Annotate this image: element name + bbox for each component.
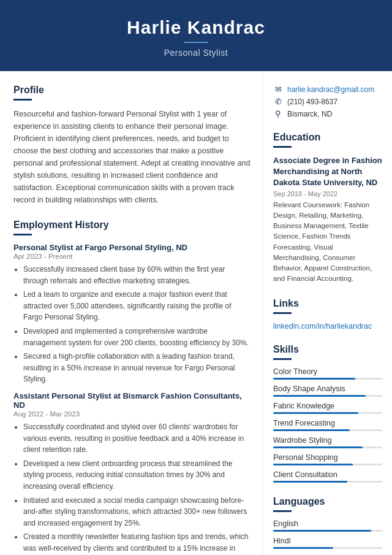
location-text: Bismarck, ND	[287, 110, 332, 118]
job-bullet: Secured a high-profile collaboration wit…	[23, 351, 251, 385]
edu-date: Sep 2018 - May 2022	[273, 190, 382, 197]
skill-item: Color Theory	[273, 367, 382, 380]
skill-bar-fill	[273, 481, 347, 483]
job-bullet: Successfully coordinated and styled over…	[23, 421, 251, 456]
job-bullet: Developed and implemented a comprehensiv…	[23, 326, 251, 348]
contact-location: ⚲ Bismarck, ND	[273, 109, 382, 118]
candidate-title: Personal Stylist	[12, 48, 380, 58]
employment-section: Employment History Personal Stylist at F…	[13, 220, 251, 555]
job-bullet: Developed a new client onboarding proces…	[23, 458, 251, 492]
skill-bar-bg	[273, 446, 382, 448]
profile-text: Resourceful and fashion-forward Personal…	[13, 108, 251, 206]
phone-text: (210) 493-8637	[287, 98, 337, 106]
skill-bar-fill	[273, 429, 350, 431]
job-item: Assistant Personal Stylist at Bismarck F…	[13, 391, 251, 555]
skills-container: Color Theory Body Shape Analysis Fabric …	[273, 367, 382, 483]
languages-title: Languages	[273, 496, 382, 507]
contact-section: ✉ harlie.kandrac@gmail.com ✆ (210) 493-8…	[273, 85, 382, 118]
skill-label: Client Consultation	[273, 470, 382, 479]
candidate-name: Harlie Kandrac	[12, 17, 380, 38]
left-column: Profile Resourceful and fashion-forward …	[0, 71, 263, 555]
language-bar-bg	[273, 530, 382, 532]
job-item: Personal Stylist at Fargo Personal Styli…	[13, 243, 251, 385]
edu-courses: Relevant Coursework: Fashion Design, Ret…	[273, 200, 382, 285]
skill-bar-bg	[273, 481, 382, 483]
languages-container: English Hindi	[273, 519, 382, 549]
job-bullet: Initiated and executed a social media ca…	[23, 495, 251, 529]
skill-label: Body Shape Analysis	[273, 385, 382, 393]
skill-item: Trend Forecasting	[273, 419, 382, 431]
skills-section: Skills Color Theory Body Shape Analysis …	[273, 344, 382, 483]
links-divider	[273, 312, 292, 314]
profile-title: Profile	[13, 85, 251, 96]
skill-bar-bg	[273, 429, 382, 431]
job-date-2: Aug 2022 - Mar 2023	[13, 410, 251, 418]
skill-bar-bg	[273, 395, 382, 397]
location-icon: ⚲	[273, 109, 283, 118]
resume-header: Harlie Kandrac Personal Stylist	[0, 0, 392, 71]
link-item: linkedin.com/in/harliekandrac	[273, 321, 382, 331]
profile-divider	[13, 99, 32, 101]
job-bullets-1: Successfully increased client base by 60…	[13, 264, 251, 385]
skill-label: Trend Forecasting	[273, 419, 382, 427]
contact-email: ✉ harlie.kandrac@gmail.com	[273, 85, 382, 94]
resume-body: Profile Resourceful and fashion-forward …	[0, 71, 392, 555]
skill-label: Color Theory	[273, 367, 382, 376]
language-label: Hindi	[273, 537, 382, 545]
job-date-1: Apr 2023 - Present	[13, 253, 251, 260]
skill-item: Fabric Knowledge	[273, 402, 382, 414]
skill-item: Wardrobe Styling	[273, 436, 382, 448]
contact-phone: ✆ (210) 493-8637	[273, 97, 382, 106]
education-divider	[273, 146, 292, 148]
language-bar-bg	[273, 547, 382, 549]
skill-bar-bg	[273, 378, 382, 380]
skill-label: Fabric Knowledge	[273, 402, 382, 410]
education-title: Education	[273, 132, 382, 143]
language-label: English	[273, 519, 382, 528]
phone-icon: ✆	[273, 97, 283, 106]
languages-divider	[273, 510, 292, 512]
language-item: Hindi	[273, 537, 382, 549]
links-title: Links	[273, 298, 382, 309]
skill-item: Personal Shopping	[273, 453, 382, 465]
skill-bar-fill	[273, 412, 358, 414]
linkedin-link[interactable]: linkedin.com/in/harliekandrac	[273, 322, 372, 331]
skill-label: Personal Shopping	[273, 453, 382, 462]
job-bullets-2: Successfully coordinated and styled over…	[13, 421, 251, 555]
skill-item: Body Shape Analysis	[273, 385, 382, 397]
job-bullet: Created a monthly newsletter featuring f…	[23, 531, 251, 555]
language-bar-fill	[273, 530, 371, 532]
skills-divider	[273, 358, 292, 360]
skill-label: Wardrobe Styling	[273, 436, 382, 445]
education-section: Education Associate Degree in Fashion Me…	[273, 132, 382, 285]
job-title-1: Personal Stylist at Fargo Personal Styli…	[13, 243, 251, 252]
job-title-2: Assistant Personal Stylist at Bismarck F…	[13, 391, 251, 410]
skill-bar-fill	[273, 446, 363, 448]
skill-bar-fill	[273, 395, 366, 397]
skill-bar-bg	[273, 464, 382, 465]
language-bar-fill	[273, 547, 333, 549]
links-section: Links linkedin.com/in/harliekandrac	[273, 298, 382, 331]
skills-title: Skills	[273, 344, 382, 355]
skill-bar-bg	[273, 412, 382, 414]
email-link[interactable]: harlie.kandrac@gmail.com	[287, 85, 374, 94]
edu-degree: Associate Degree in Fashion Merchandisin…	[273, 155, 382, 189]
employment-title: Employment History	[13, 220, 251, 231]
header-divider	[184, 42, 208, 43]
job-bullet: Successfully increased client base by 60…	[23, 264, 251, 286]
skill-bar-fill	[273, 464, 353, 465]
job-bullet: Led a team to organize and execute a maj…	[23, 289, 251, 323]
email-icon: ✉	[273, 85, 283, 94]
employment-divider	[13, 234, 32, 235]
skill-bar-fill	[273, 378, 355, 380]
profile-section: Profile Resourceful and fashion-forward …	[13, 85, 251, 206]
right-column: ✉ harlie.kandrac@gmail.com ✆ (210) 493-8…	[263, 71, 392, 555]
skill-item: Client Consultation	[273, 470, 382, 483]
languages-section: Languages English Hindi	[273, 496, 382, 549]
language-item: English	[273, 519, 382, 532]
